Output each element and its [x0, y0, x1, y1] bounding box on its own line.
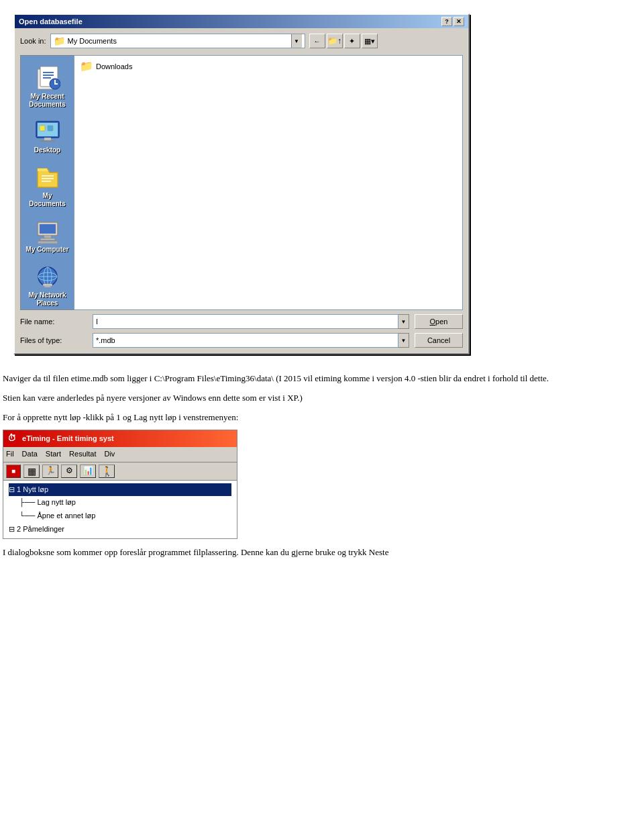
- file-browser[interactable]: 📁 Downloads: [74, 55, 463, 310]
- etiming-tree-sub: ├── Lag nytt løp └── Åpne et annet løp: [9, 496, 231, 522]
- etiming-tree-lag-nytt[interactable]: ├── Lag nytt løp: [19, 496, 231, 509]
- filetype-label: Files of type:: [20, 336, 87, 344]
- svg-rect-4: [43, 77, 51, 79]
- body-para4: I dialogboksne som kommer opp foreslår p…: [3, 546, 641, 560]
- my-computer-icon: [34, 217, 61, 244]
- main-area: My RecentDocuments: [20, 55, 463, 310]
- recent-docs-icon: [34, 64, 61, 91]
- network-icon: [34, 263, 61, 290]
- current-folder-label: My Documents: [68, 37, 117, 45]
- look-in-label: Look in:: [20, 37, 46, 45]
- toolbar-row: Look in: 📁 My Documents ▼ ← 📁↑: [20, 34, 463, 48]
- filename-row: File name: ▼ Open: [20, 314, 463, 329]
- etiming-tool-walk[interactable]: 🚶: [99, 465, 115, 478]
- body-para1: Naviger da til filen etime.mdb som ligge…: [3, 372, 641, 386]
- body-para3: For å opprette nytt løp -klikk på 1 og L…: [3, 411, 641, 425]
- etiming-menubar: Fil Data Start Resultat Div: [3, 447, 237, 462]
- back-button[interactable]: ←: [309, 34, 325, 48]
- etiming-tool-run[interactable]: 🏃: [42, 465, 58, 478]
- etiming-tool-red[interactable]: ■: [6, 465, 21, 478]
- filename-field-wrap: ▼: [93, 314, 409, 329]
- etiming-toolbar: ■ ▦ 🏃 ⚙ 📊 🚶: [3, 462, 237, 481]
- etiming-screenshot: ⏱ eTiming - Emit timing syst Fil Data St…: [3, 430, 237, 539]
- my-documents-icon: [34, 164, 61, 191]
- etiming-tree-apne[interactable]: └── Åpne et annet løp: [19, 509, 231, 523]
- open-button[interactable]: Open: [415, 314, 463, 329]
- svg-rect-20: [40, 238, 55, 240]
- sidebar-item-network[interactable]: My NetworkPlaces: [23, 260, 72, 311]
- up-folder-button[interactable]: 📁↑: [327, 34, 343, 48]
- svg-rect-19: [44, 236, 51, 238]
- body-text: Naviger da til filen etime.mdb som ligge…: [0, 361, 644, 571]
- menu-div[interactable]: Div: [104, 448, 115, 460]
- sidebar: My RecentDocuments: [20, 55, 74, 310]
- new-folder-icon: ✦: [349, 37, 355, 46]
- downloads-folder-label: Downloads: [96, 62, 132, 70]
- menu-fil[interactable]: Fil: [6, 448, 14, 460]
- svg-rect-28: [44, 286, 51, 287]
- svg-rect-9: [40, 140, 55, 142]
- filename-label: File name:: [20, 318, 87, 326]
- etiming-tool-chip[interactable]: ⚙: [61, 465, 77, 478]
- dialog-content: Look in: 📁 My Documents ▼ ← 📁↑: [15, 28, 468, 353]
- svg-rect-14: [42, 175, 54, 177]
- downloads-folder-icon: 📁: [80, 60, 93, 72]
- svg-rect-10: [40, 126, 45, 131]
- svg-rect-15: [42, 178, 54, 179]
- look-in-combo[interactable]: 📁 My Documents ▼: [50, 34, 305, 48]
- svg-rect-16: [42, 181, 51, 182]
- help-button[interactable]: ?: [441, 17, 452, 26]
- svg-rect-8: [44, 138, 51, 140]
- filetype-row: Files of type: ▼ Cancel: [20, 333, 463, 348]
- sidebar-item-docs-label: My Documents: [25, 192, 70, 208]
- etiming-tree-item-2[interactable]: ⊟ 2 Påmeldinger: [9, 523, 231, 536]
- open-label: Open: [430, 318, 448, 326]
- menu-resultat[interactable]: Resultat: [69, 448, 96, 460]
- svg-marker-13: [38, 168, 48, 171]
- close-button[interactable]: ✕: [453, 17, 464, 26]
- menu-start[interactable]: Start: [46, 448, 61, 460]
- sidebar-item-recent-label: My RecentDocuments: [29, 93, 65, 109]
- sidebar-item-recent[interactable]: My RecentDocuments: [23, 61, 72, 112]
- svg-rect-27: [43, 284, 52, 286]
- svg-rect-2: [43, 72, 54, 73]
- etiming-tool-data[interactable]: 📊: [80, 465, 96, 478]
- sidebar-item-network-label: My NetworkPlaces: [28, 291, 66, 307]
- up-folder-icon: 📁↑: [327, 36, 341, 46]
- filename-dropdown[interactable]: ▼: [398, 314, 409, 329]
- body-para2: Stien kan være anderledes på nyere versj…: [3, 391, 641, 405]
- svg-rect-11: [48, 126, 53, 131]
- sidebar-item-my-computer[interactable]: My Computer: [23, 214, 72, 257]
- bottom-rows: File name: ▼ Open Files of type: ▼: [20, 314, 463, 348]
- menu-data[interactable]: Data: [22, 448, 38, 460]
- view-icon: ▦▾: [364, 37, 375, 46]
- new-folder-button[interactable]: ✦: [344, 34, 360, 48]
- folder-icon: 📁: [54, 36, 65, 46]
- back-icon: ←: [314, 38, 321, 45]
- etiming-tree: ⊟ 1 Nytt løp ├── Lag nytt løp └── Åpne e…: [3, 481, 237, 538]
- etiming-title-text: eTiming - Emit timing syst: [22, 434, 114, 442]
- sidebar-item-desktop-label: Desktop: [34, 146, 60, 154]
- dialog-titlebar: Open databasefile ? ✕: [15, 15, 468, 28]
- view-button[interactable]: ▦▾: [362, 34, 378, 48]
- filename-input[interactable]: [93, 314, 398, 329]
- etiming-tree-item-1[interactable]: ⊟ 1 Nytt løp: [9, 483, 231, 497]
- title-buttons: ? ✕: [441, 17, 464, 26]
- open-dialog: Open databasefile ? ✕ Look in: 📁 My Docu…: [13, 13, 470, 354]
- etiming-titlebar: ⏱ eTiming - Emit timing syst: [3, 430, 237, 447]
- svg-rect-3: [43, 75, 54, 76]
- svg-rect-18: [40, 224, 56, 234]
- filetype-input[interactable]: [93, 333, 398, 348]
- combo-dropdown-arrow[interactable]: ▼: [291, 34, 302, 48]
- sidebar-item-my-documents[interactable]: My Documents: [23, 160, 72, 211]
- filetype-dropdown[interactable]: ▼: [398, 333, 409, 348]
- toolbar-buttons: ← 📁↑ ✦ ▦▾: [309, 34, 378, 48]
- etiming-tool-grid[interactable]: ▦: [23, 465, 40, 478]
- file-item-downloads[interactable]: 📁 Downloads: [77, 58, 460, 74]
- etiming-title-icon: ⏱: [7, 433, 16, 443]
- desktop-icon: [34, 118, 61, 145]
- filetype-field-wrap: ▼: [93, 333, 409, 348]
- cancel-button[interactable]: Cancel: [415, 333, 463, 348]
- sidebar-item-desktop[interactable]: Desktop: [23, 115, 72, 158]
- dialog-title: Open databasefile: [19, 17, 83, 26]
